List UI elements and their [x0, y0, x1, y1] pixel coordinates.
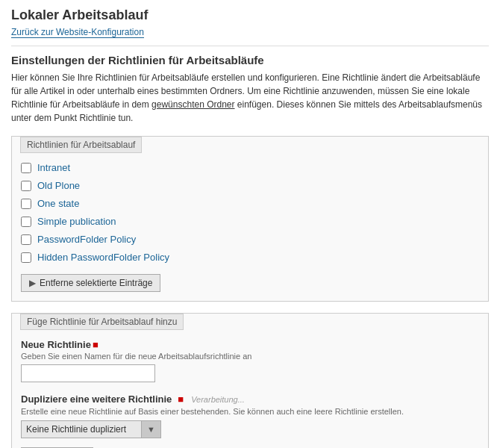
policy-item-intranet: Intranet	[21, 161, 479, 175]
policy-label-intranet[interactable]: Intranet	[37, 162, 70, 173]
page-title: Lokaler Arbeitsablauf	[11, 7, 489, 23]
duplicate-policy-label: Dupliziere eine weitere Richtlinie	[21, 393, 172, 405]
policy-checkbox-intranet[interactable]	[21, 163, 31, 173]
policy-item-simple-pub: Simple publication	[21, 214, 479, 228]
policy-checkbox-hidden-pf[interactable]	[21, 252, 31, 263]
policy-checkbox-old-plone[interactable]	[21, 181, 31, 191]
policy-item-one-state: One state	[21, 196, 479, 211]
remove-icon: ▶	[29, 278, 36, 288]
policy-item-hidden-pf: Hidden PasswordFolder Policy	[21, 250, 479, 264]
policy-label-one-state[interactable]: One state	[37, 198, 79, 209]
new-policy-input[interactable]	[21, 364, 155, 382]
policy-item-pf-policy: PasswordFolder Policy	[21, 232, 479, 246]
required-star-dup: ■	[178, 393, 184, 405]
policy-checkbox-one-state[interactable]	[21, 199, 31, 209]
policies-fieldset: Richtlinien für Arbeitsablauf Intranet O…	[11, 136, 489, 302]
duplicate-policy-select[interactable]: Keine Richtlinie dupliziert Intranet Old…	[22, 421, 141, 438]
policy-label-pf-policy[interactable]: PasswordFolder Policy	[37, 234, 136, 245]
duplicate-hint: Erstelle eine neue Richtlinie auf Basis …	[21, 407, 479, 416]
add-policy-fieldset: Füge Richtlinie für Arbeitsablauf hinzu …	[11, 313, 489, 448]
policy-item-old-plone: Old Plone	[21, 178, 479, 193]
policy-label-old-plone[interactable]: Old Plone	[37, 180, 80, 191]
processing-text: Verarbeitung...	[191, 395, 245, 404]
remove-button-label: Entferne selektierte Einträge	[40, 278, 152, 288]
remove-selected-button[interactable]: ▶ Entferne selektierte Einträge	[21, 274, 160, 292]
policies-legend: Richtlinien für Arbeitsablauf	[20, 137, 142, 153]
divider	[11, 46, 489, 46]
policy-label-hidden-pf[interactable]: Hidden PasswordFolder Policy	[37, 252, 169, 263]
select-wrapper: Keine Richtlinie dupliziert Intranet Old…	[21, 420, 161, 438]
new-policy-hint: Geben Sie einen Namen für die neue Arbei…	[21, 352, 479, 361]
duplicate-label-row: Dupliziere eine weitere Richtlinie ■ Ver…	[21, 393, 479, 405]
back-link[interactable]: Zurück zur Website-Konfiguration	[11, 27, 144, 38]
policy-label-simple-pub[interactable]: Simple publication	[37, 216, 116, 227]
select-dropdown-arrow[interactable]: ▼	[141, 421, 160, 438]
required-star-new: ■	[93, 339, 99, 350]
new-policy-label: Neue Richtlinie■	[21, 339, 479, 350]
section-title: Einstellungen der Richtlinien für Arbeit…	[11, 54, 489, 66]
policy-checkbox-simple-pub[interactable]	[21, 217, 31, 227]
policy-checkbox-pf-policy[interactable]	[21, 234, 31, 245]
description-text: Hier können Sie Ihre Richtlinien für Arb…	[11, 71, 489, 125]
add-policy-legend: Füge Richtlinie für Arbeitsablauf hinzu	[20, 314, 184, 330]
